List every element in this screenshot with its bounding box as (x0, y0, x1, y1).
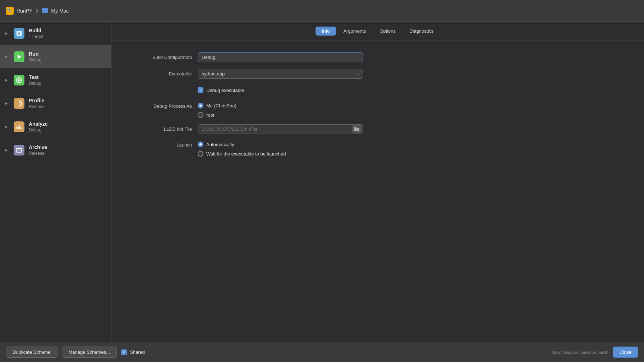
launch-auto-label: Automatically (206, 142, 234, 147)
duplicate-scheme-button[interactable]: Duplicate Scheme (6, 347, 58, 358)
sidebar-chevron-profile: ▶ (5, 101, 9, 105)
sidebar-item-analyze[interactable]: ▶ Analyze Debug (0, 115, 111, 138)
mac-name: My Mac (51, 8, 69, 14)
sidebar-icon-run (14, 51, 24, 62)
sidebar-subtitle-archive: Release (29, 151, 47, 156)
radio-root[interactable]: root (198, 112, 363, 118)
sidebar-text-analyze: Analyze Debug (29, 121, 48, 133)
sidebar-icon-archive (14, 145, 24, 156)
build-config-wrapper: Debug Release ⌄ (198, 52, 363, 62)
sidebar-text-profile: Profile Release (29, 98, 45, 109)
sidebar-item-archive[interactable]: ▶ Archive Release (0, 138, 111, 162)
shared-checkbox[interactable]: ✓ (121, 349, 127, 355)
title-bar: 🔧 RunPY ❯ My Mac (0, 0, 644, 22)
sidebar-title-test: Test (29, 74, 41, 80)
check-mark: ✓ (199, 88, 202, 93)
build-config-label: Build Configuration (126, 55, 198, 60)
debug-executable-checkbox-label: Debug executable (206, 88, 244, 93)
form-area: Build Configuration Debug Release ⌄ Exec… (111, 41, 644, 342)
sidebar-chevron-analyze: ▶ (5, 125, 9, 129)
debug-process-control: Me (ChrisShu) root (198, 103, 363, 118)
app-icon: 🔧 (6, 7, 14, 15)
sidebar-subtitle-analyze: Debug (29, 127, 48, 133)
svg-rect-12 (17, 149, 22, 152)
launch-label: Launch (126, 141, 198, 148)
launch-auto-button[interactable] (198, 141, 203, 147)
svg-line-7 (19, 102, 20, 103)
launch-radio-group: Automatically Wait for the executable to… (198, 141, 363, 157)
launch-wait-button[interactable] (198, 151, 203, 157)
radio-root-button[interactable] (198, 112, 203, 118)
radio-me-label: Me (ChrisShu) (206, 103, 236, 108)
breadcrumb-chevron: ❯ (35, 8, 39, 13)
debug-executable-checkbox-row: ✓ Debug executable (198, 87, 363, 93)
shared-area: ✓ Shared (121, 349, 145, 355)
sidebar-title-archive: Archive (29, 144, 47, 150)
radio-root-label: root (206, 112, 214, 118)
sidebar-chevron-archive: ▶ (5, 148, 9, 152)
executable-select[interactable]: python.app (198, 69, 363, 79)
radio-me-button[interactable] (198, 103, 203, 108)
launch-control: Automatically Wait for the executable to… (198, 141, 363, 157)
executable-wrapper: python.app ⌄ (198, 69, 363, 79)
manage-schemes-button[interactable]: Manage Schemes... (62, 347, 117, 358)
tab-arguments[interactable]: Arguments (337, 27, 372, 36)
debug-process-radio-group: Me (ChrisShu) root (198, 103, 363, 118)
executable-label: Executable (126, 71, 198, 76)
sidebar: ▶ B Build 1 target ▶ Run Debug ▶ Te (0, 22, 111, 342)
lldb-init-control (198, 124, 363, 134)
radio-me[interactable]: Me (ChrisShu) (198, 103, 363, 108)
sidebar-icon-profile (14, 98, 24, 109)
sidebar-title-profile: Profile (29, 98, 45, 103)
build-config-row: Build Configuration Debug Release ⌄ (126, 52, 630, 62)
build-config-select[interactable]: Debug Release (198, 52, 363, 62)
bottom-bar: Duplicate Scheme Manage Schemes... ✓ Sha… (0, 342, 644, 362)
svg-rect-13 (16, 148, 22, 149)
sidebar-text-build: Build 1 target (29, 28, 43, 39)
tab-diagnostics[interactable]: Diagnostics (403, 27, 440, 36)
launch-row: Launch Automatically Wait for the execut… (126, 140, 630, 157)
sidebar-subtitle-profile: Release (29, 104, 45, 109)
debug-executable-checkbox[interactable]: ✓ (198, 87, 203, 93)
tab-info[interactable]: Info (316, 27, 336, 36)
executable-control: python.app ⌄ (198, 69, 363, 79)
launch-auto[interactable]: Automatically (198, 141, 363, 147)
svg-rect-1 (43, 12, 46, 13)
sidebar-title-analyze: Analyze (29, 121, 48, 127)
debug-process-row: Debug Process As Me (ChrisShu) root (126, 101, 630, 118)
sidebar-item-build[interactable]: ▶ B Build 1 target (0, 22, 111, 45)
sidebar-icon-analyze (14, 121, 24, 132)
executable-row: Executable python.app ⌄ (126, 68, 630, 79)
shared-check-mark: ✓ (123, 350, 126, 354)
sidebar-subtitle-run: Debug (29, 57, 41, 62)
build-config-control: Debug Release ⌄ (198, 52, 363, 62)
svg-marker-4 (18, 55, 21, 59)
bottom-right: https://blog.csdn.net/lovechris00 Close (552, 347, 638, 358)
debug-executable-row: ✓ Debug executable (126, 85, 630, 96)
mac-icon (42, 8, 48, 13)
tab-options[interactable]: Options (373, 27, 402, 36)
sidebar-title-build: Build (29, 28, 43, 33)
lldb-input-wrapper (198, 124, 363, 134)
right-panel: InfoArgumentsOptionsDiagnostics Build Co… (111, 22, 644, 342)
sidebar-chevron-test: ▶ (5, 78, 9, 82)
launch-wait[interactable]: Wait for the executable to be launched (198, 151, 363, 157)
lldb-init-input[interactable] (198, 124, 363, 134)
sidebar-item-profile[interactable]: ▶ Profile Release (0, 92, 111, 115)
sidebar-icon-test (14, 75, 24, 85)
sidebar-item-run[interactable]: ▶ Run Debug (0, 45, 111, 68)
launch-wait-label: Wait for the executable to be launched (206, 151, 286, 157)
lldb-init-row: LLDB Init File (126, 124, 630, 134)
lldb-folder-button[interactable] (352, 125, 362, 133)
tabs-bar: InfoArgumentsOptionsDiagnostics (111, 22, 644, 41)
sidebar-icon-build: B (14, 28, 24, 39)
sidebar-text-run: Run Debug (29, 51, 41, 62)
svg-marker-6 (18, 79, 21, 82)
shared-label: Shared (130, 349, 145, 355)
sidebar-chevron-build: ▶ (5, 31, 9, 35)
close-button[interactable]: Close (613, 347, 638, 358)
sidebar-subtitle-build: 1 target (29, 34, 43, 39)
sidebar-item-test[interactable]: ▶ Test Debug (0, 68, 111, 92)
svg-rect-16 (354, 127, 356, 128)
lldb-init-label: LLDB Init File (126, 126, 198, 132)
